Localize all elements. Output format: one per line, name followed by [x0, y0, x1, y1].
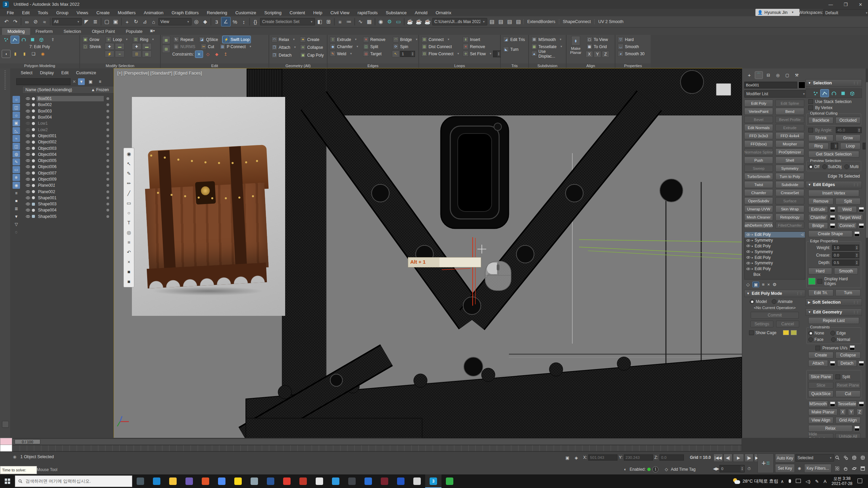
- modifier-button[interactable]: Push: [744, 157, 773, 164]
- polygon-subobject-icon[interactable]: [28, 36, 37, 43]
- taskbar-app-icon[interactable]: [181, 474, 197, 488]
- angle-snap-toggle-icon[interactable]: ∠: [221, 17, 231, 26]
- pin-stack-icon[interactable]: ◇: [746, 282, 750, 287]
- annotation-tool[interactable]: ▭: [124, 198, 133, 208]
- connect-button[interactable]: ⊞Connect▼: [420, 36, 462, 43]
- display-filter-icon[interactable]: ◺: [13, 127, 20, 134]
- extrude-button[interactable]: Extrude: [808, 206, 828, 213]
- undo-icon[interactable]: ↶: [2, 17, 11, 26]
- object-type-icon[interactable]: [32, 165, 35, 168]
- modifier-button[interactable]: OpenSubdiv: [744, 197, 773, 204]
- menu-item[interactable]: Ornatrix: [432, 10, 455, 15]
- pan-icon[interactable]: [842, 465, 850, 472]
- constraint-edge-icon[interactable]: ◇: [204, 51, 212, 58]
- taskbar-app-icon[interactable]: [360, 474, 376, 488]
- key-mode-toggle-icon[interactable]: ⏱: [745, 465, 753, 472]
- orbit-icon[interactable]: [850, 465, 858, 472]
- relax-settings-icon[interactable]: [854, 426, 860, 431]
- show-end-result-icon[interactable]: ▣: [752, 282, 759, 287]
- by-vertex-row[interactable]: By Vertex: [808, 105, 862, 110]
- display-filter-icon[interactable]: ▼: [13, 213, 20, 220]
- smooth-button[interactable]: Smooth: [834, 268, 858, 274]
- align-z-button[interactable]: Z: [602, 51, 609, 58]
- nurms-button[interactable]: ▦NURMS: [172, 43, 196, 50]
- modifier-button[interactable]: Bend: [775, 108, 804, 115]
- custom-toolbar-label[interactable]: ShapeConnect: [559, 19, 594, 24]
- bind-to-space-warp-icon[interactable]: ≈: [40, 17, 49, 26]
- dock-grip[interactable]: [4, 70, 6, 91]
- group-label[interactable]: Edges: [328, 63, 418, 68]
- annotation-tool[interactable]: ×: [124, 257, 133, 267]
- close-button[interactable]: ✕: [853, 0, 868, 9]
- modifier-button[interactable]: Sweep: [744, 165, 773, 172]
- preview-multi-radio[interactable]: Multi: [844, 164, 859, 169]
- align-y-button[interactable]: Y: [594, 51, 601, 58]
- motion-tab-icon[interactable]: ◎: [774, 72, 782, 79]
- modifier-stack-row[interactable]: ▸ Edit Poly: [745, 232, 805, 238]
- frozen-toggle[interactable]: [106, 209, 109, 211]
- project-folder-icon[interactable]: ▤: [488, 17, 496, 26]
- maximize-button[interactable]: ❐: [838, 0, 853, 9]
- object-type-icon[interactable]: [32, 203, 35, 206]
- import-batch-icon[interactable]: ▤: [505, 17, 514, 26]
- go-to-start-button[interactable]: |◀◀: [713, 454, 723, 462]
- clear-search-icon[interactable]: ✕: [73, 79, 76, 84]
- to-view-button[interactable]: ▢To View: [586, 36, 609, 43]
- vertex-subobject-icon[interactable]: [2, 36, 10, 43]
- edge-subobject-icon[interactable]: [821, 89, 829, 97]
- smooth-edge-button[interactable]: ◡Smooth: [617, 43, 649, 50]
- selection-lock-toggle-icon[interactable]: ◈: [572, 454, 580, 462]
- preview-off-radio[interactable]: Off: [808, 164, 820, 169]
- taskbar-app-icon[interactable]: [165, 474, 181, 488]
- annotation-tool[interactable]: ✎: [124, 168, 133, 178]
- modifier-stack-row[interactable]: ▸ Edit Poly: [745, 243, 805, 249]
- slice-plane-button[interactable]: Slice Plane: [808, 373, 833, 380]
- crease-field[interactable]: 0.0▲▼: [832, 252, 859, 258]
- frozen-toggle[interactable]: [106, 116, 109, 119]
- constraint-none-radio[interactable]: None: [808, 331, 824, 336]
- annotation-tool[interactable]: ↶: [124, 247, 133, 257]
- viewport-label[interactable]: [+] [Perspective] [Standard*] [Edged Fac…: [117, 70, 202, 76]
- play-button[interactable]: ▶: [733, 454, 744, 462]
- frozen-toggle[interactable]: [106, 110, 109, 113]
- attach-button[interactable]: Attach: [808, 360, 828, 367]
- object-type-icon[interactable]: [32, 190, 35, 193]
- set-key-button[interactable]: Set Key: [775, 464, 795, 473]
- edit-tris-button[interactable]: ◢Edit Tris: [502, 36, 527, 43]
- tessellate-settings-icon[interactable]: [859, 402, 864, 407]
- taskbar-app-icon[interactable]: [246, 474, 262, 488]
- split-checkbox[interactable]: [835, 374, 840, 379]
- attach-button[interactable]: ❒Attach▼: [271, 44, 299, 51]
- z-field[interactable]: 0.0: [659, 454, 684, 461]
- frozen-toggle[interactable]: [106, 128, 109, 131]
- render-production-icon[interactable]: ☕: [406, 17, 414, 26]
- ribbon-minimize-icon[interactable]: ▣▾: [148, 26, 157, 35]
- explorer-row[interactable]: Shape001: [22, 195, 113, 201]
- shield-icon[interactable]: ◐: [623, 465, 628, 473]
- object-type-icon[interactable]: [32, 196, 35, 199]
- use-pivot-point-center-icon[interactable]: ◎: [192, 17, 201, 26]
- edit-tri-button[interactable]: Edit Tri.: [808, 289, 833, 296]
- vertex-subobject-icon[interactable]: [811, 89, 820, 97]
- modifier-button[interactable]: CreaseSet: [775, 189, 804, 196]
- chamfer-settings-icon[interactable]: [830, 215, 835, 220]
- explorer-row[interactable]: Object004: [22, 151, 113, 158]
- x-field[interactable]: 501.043: [588, 454, 617, 461]
- edge-subobject-icon[interactable]: [11, 36, 19, 43]
- taskbar-app-icon[interactable]: [262, 474, 279, 488]
- grow-button[interactable]: Grow: [835, 135, 861, 141]
- remove-modifier-icon[interactable]: ×: [767, 282, 770, 287]
- frozen-toggle[interactable]: [106, 165, 109, 168]
- display-filter-icon[interactable]: ✎: [13, 158, 20, 165]
- taskbar-app-icon[interactable]: [441, 474, 458, 488]
- menu-item[interactable]: Graph Editors: [167, 10, 203, 15]
- cut-button[interactable]: Cut: [835, 390, 861, 397]
- connect-button[interactable]: Connect: [837, 222, 857, 229]
- object-type-icon[interactable]: [32, 122, 35, 125]
- pin-stack-icon[interactable]: ⇪: [49, 36, 57, 43]
- explorer-menu-item[interactable]: Edit: [58, 70, 73, 75]
- annotation-tool[interactable]: T: [124, 218, 133, 227]
- ribbon-tab[interactable]: Object Paint: [86, 28, 120, 35]
- hard-edge-color-swatch[interactable]: [808, 278, 815, 285]
- hard-button[interactable]: Hard: [808, 268, 832, 274]
